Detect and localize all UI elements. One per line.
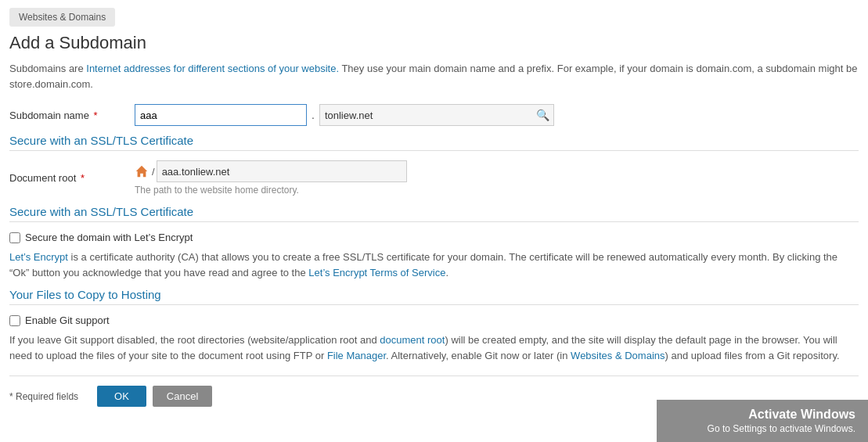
svg-marker-0 <box>136 166 147 177</box>
domain-input[interactable] <box>319 104 554 126</box>
git-checkbox-label[interactable]: Enable Git support <box>25 314 110 326</box>
git-checkbox-row: Enable Git support <box>9 314 859 326</box>
docroot-row: / <box>135 160 407 182</box>
ok-button[interactable]: OK <box>97 386 146 407</box>
ssl-info-text: Let’s Encrypt is a certificate authority… <box>9 250 859 280</box>
git-checkbox[interactable] <box>9 315 20 326</box>
breadcrumb-bar[interactable]: Websites & Domains <box>9 8 115 27</box>
document-root-label: Document root * <box>9 172 135 184</box>
git-section-heading: Your Files to Copy to Hosting <box>9 288 859 301</box>
subdomain-input[interactable] <box>135 104 307 126</box>
activate-windows-overlay: Activate Windows Go to Settings to activ… <box>657 400 868 442</box>
file-manager-link[interactable]: File Manager <box>327 350 386 361</box>
hosting-settings-divider <box>9 150 859 151</box>
slash-sep: / <box>152 166 155 178</box>
ssl-checkbox[interactable] <box>9 232 20 243</box>
ssl-checkbox-label[interactable]: Secure the domain with Let’s Encrypt <box>25 232 193 243</box>
page-title: Add a Subdomain <box>9 33 859 53</box>
required-note: * Required fields <box>9 391 78 402</box>
git-divider <box>9 304 859 305</box>
hosting-settings-heading: Secure with an SSL/TLS Certificate <box>9 134 859 147</box>
docroot-wrapper: / The path to the website home directory… <box>135 160 407 196</box>
subdomain-inputs: . 🔍 <box>135 104 554 126</box>
intro-text: Subdomains are Internet addresses for di… <box>9 61 859 92</box>
document-root-row: Document root * / The path to the websit… <box>9 160 859 196</box>
lets-encrypt-link[interactable]: Let’s Encrypt <box>9 251 68 263</box>
domain-select-wrap: 🔍 <box>319 104 554 126</box>
activate-windows-title: Activate Windows <box>669 408 855 422</box>
document-root-input[interactable] <box>157 160 407 182</box>
subdomain-label: Subdomain name * <box>9 110 135 121</box>
search-icon[interactable]: 🔍 <box>536 109 549 121</box>
lets-encrypt-tos-link[interactable]: Let’s Encrypt Terms of Service <box>308 267 445 278</box>
ssl-divider <box>9 221 859 222</box>
websites-domains-link[interactable]: Websites & Domains <box>571 350 665 361</box>
document-root-hint: The path to the website home directory. <box>135 185 407 196</box>
ssl-section: Secure with an SSL/TLS Certificate Secur… <box>9 205 859 280</box>
cancel-button[interactable]: Cancel <box>153 386 212 407</box>
required-star: * <box>91 110 98 121</box>
document-root-link[interactable]: document root <box>380 334 445 346</box>
subdomain-name-row: Subdomain name * . 🔍 <box>9 104 859 126</box>
hosting-settings-section: Secure with an SSL/TLS Certificate Docum… <box>9 134 859 196</box>
home-icon <box>135 164 149 178</box>
intro-link-internet[interactable]: Internet addresses for different section… <box>86 63 339 74</box>
git-info-text: If you leave Git support disabled, the r… <box>9 332 859 363</box>
ssl-section-heading: Secure with an SSL/TLS Certificate <box>9 205 859 218</box>
dot-separator: . <box>310 109 316 121</box>
breadcrumb-label: Websites & Domains <box>19 12 106 23</box>
git-section: Your Files to Copy to Hosting Enable Git… <box>9 288 859 363</box>
ssl-checkbox-row: Secure the domain with Let’s Encrypt <box>9 232 859 243</box>
doc-required-star: * <box>77 172 85 184</box>
activate-windows-subtitle: Go to Settings to activate Windows. <box>669 423 855 434</box>
